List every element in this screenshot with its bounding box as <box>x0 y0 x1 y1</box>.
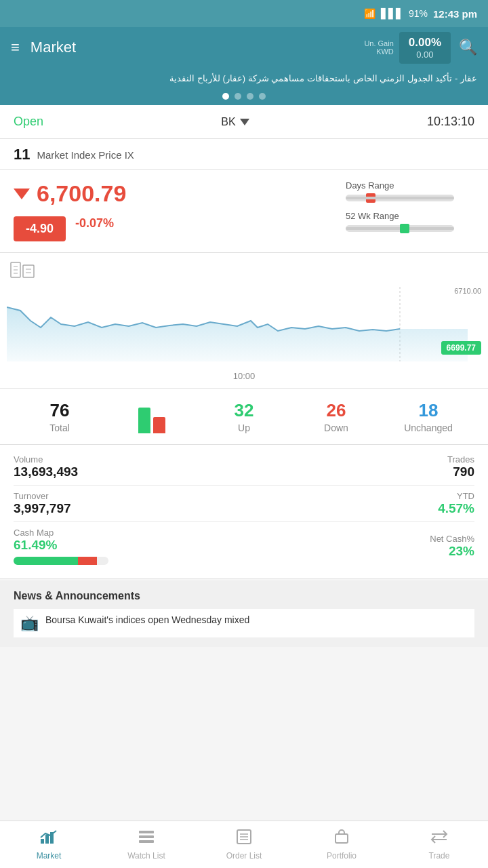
ytd-value: 4.57% <box>438 501 474 516</box>
index-num: 11 <box>14 146 30 163</box>
chart-time-label: 10:00 <box>0 368 488 381</box>
up-value: 32 <box>198 400 290 421</box>
price-main: 6,700.79 <box>14 180 339 207</box>
divider-1 <box>14 485 474 486</box>
turnover-left: Turnover 3,997,797 <box>14 491 71 516</box>
down-value: 26 <box>290 400 382 421</box>
price-right: Days Range 52 Wk Range <box>339 180 474 241</box>
netcash-right: Net Cash% 23% <box>430 534 474 559</box>
progress-green <box>14 557 78 565</box>
volume-left: Volume 13,693,493 <box>14 454 78 479</box>
days-range-bar <box>346 195 454 201</box>
bk-label: BK <box>221 116 249 128</box>
trades-right: Trades 790 <box>447 454 474 479</box>
market-time: 10:13:10 <box>427 115 474 129</box>
netcash-value: 23% <box>430 544 474 559</box>
volume-row: Volume 13,693,493 Trades 790 <box>14 454 474 479</box>
dot-1[interactable] <box>222 93 229 100</box>
price-left: 6,700.79 -4.90 -0.07% <box>14 180 339 241</box>
stat-total: 76 Total <box>14 400 106 433</box>
turnover-value: 3,997,797 <box>14 501 71 516</box>
index-row: 11 Market Index Price IX <box>0 139 488 170</box>
gain-currency: KWD <box>376 47 394 56</box>
cashmap-label: Cash Map <box>14 528 108 538</box>
cashmap-row: Cash Map 61.49% Net Cash% 23% <box>14 528 474 565</box>
progress-red <box>78 557 97 565</box>
status-bar: 📶 ▋▋▋ 91% 12:43 pm <box>0 0 488 27</box>
svg-rect-4 <box>23 265 34 277</box>
news-section-title: News & Announcements <box>14 590 474 602</box>
gain-value-box: 0.00% 0.00 <box>399 32 451 64</box>
stats-row: 76 Total 32 Up 26 Down 18 Unchanged <box>0 389 488 445</box>
market-status-row: Open BK 10:13:10 <box>0 105 488 139</box>
bar-chart-visual <box>106 399 198 433</box>
news-section: News & Announcements 📺 Boursa Kuwait's i… <box>0 580 488 647</box>
news-item-icon: 📺 <box>20 614 39 632</box>
trades-label: Trades <box>447 454 474 465</box>
signal-icon: ▋▋▋ <box>381 8 403 19</box>
header: ≡ Market Un. Gain KWD 0.00% 0.00 🔍 <box>0 27 488 68</box>
app-title: Market <box>30 39 365 56</box>
wk-range-marker <box>400 224 409 233</box>
netcash-label: Net Cash% <box>430 534 474 544</box>
search-icon[interactable]: 🔍 <box>459 39 477 56</box>
unchanged-label: Unchanged <box>382 422 474 433</box>
gain-value: 0.00% <box>409 36 441 50</box>
battery-label: 91% <box>409 8 428 19</box>
stat-up: 32 Up <box>198 400 290 433</box>
up-label: Up <box>198 422 290 433</box>
cashmap-progress <box>14 557 108 565</box>
dropdown-icon[interactable] <box>240 119 249 125</box>
change-badge: -4.90 <box>14 216 66 241</box>
chart-high-label: 6710.00 <box>454 287 481 295</box>
chart-section: 6710.00 6699.77 10:00 <box>0 253 488 389</box>
dot-4[interactable] <box>259 93 266 100</box>
price-badges: -4.90 -0.07% <box>14 216 339 241</box>
cashmap-left: Cash Map 61.49% <box>14 528 108 565</box>
bar-up <box>138 408 150 433</box>
carousel-dots <box>0 89 488 105</box>
down-label: Down <box>290 422 382 433</box>
chart-current-label: 6699.77 <box>441 341 481 355</box>
wk-range-label: 52 Wk Range <box>346 211 474 221</box>
gain-sub-value: 0.00 <box>409 50 441 60</box>
chart-icon <box>0 260 488 287</box>
price-arrow-down <box>14 189 30 199</box>
index-name: Market Index Price IX <box>37 149 134 161</box>
unchanged-value: 18 <box>382 400 474 421</box>
progress-bar <box>14 557 108 565</box>
volume-value: 13,693,493 <box>14 465 78 479</box>
price-value: 6,700.79 <box>37 180 126 207</box>
dot-2[interactable] <box>235 93 241 100</box>
stat-bar-chart <box>106 399 198 433</box>
total-value: 76 <box>14 400 106 421</box>
total-label: Total <box>14 422 106 433</box>
stat-down: 26 Down <box>290 400 382 433</box>
ytd-right: YTD 4.57% <box>438 491 474 516</box>
news-ticker: عقار - تأكيد الجدول الزمني الخاص باستحقا… <box>0 68 488 89</box>
wk-range-bar <box>346 225 454 232</box>
wifi-icon: 📶 <box>364 8 375 19</box>
turnover-row: Turnover 3,997,797 YTD 4.57% <box>14 491 474 516</box>
menu-icon[interactable]: ≡ <box>11 39 20 56</box>
open-label: Open <box>14 115 43 129</box>
bar-down <box>153 417 165 433</box>
cashmap-value: 61.49% <box>14 538 108 553</box>
ytd-label: YTD <box>438 491 474 501</box>
news-item-1[interactable]: 📺 Boursa Kuwait's indices open Wednesday… <box>14 609 474 637</box>
chart-area: 6710.00 6699.77 <box>0 287 488 368</box>
news-item-text: Boursa Kuwait's indices open Wednesday m… <box>45 614 249 625</box>
volume-label: Volume <box>14 454 78 465</box>
turnover-label: Turnover <box>14 491 71 501</box>
change-pct-badge: -0.07% <box>75 216 114 241</box>
gain-label: Un. Gain <box>364 39 393 47</box>
days-range-label: Days Range <box>346 180 474 191</box>
days-range-track <box>346 197 454 199</box>
volume-section: Volume 13,693,493 Trades 790 Turnover 3,… <box>0 445 488 579</box>
trades-value: 790 <box>447 465 474 479</box>
price-section: 6,700.79 -4.90 -0.07% Days Range 52 Wk R… <box>0 170 488 253</box>
time-display: 12:43 pm <box>433 8 477 20</box>
dot-3[interactable] <box>247 93 253 100</box>
stat-unchanged: 18 Unchanged <box>382 400 474 433</box>
divider-2 <box>14 521 474 522</box>
